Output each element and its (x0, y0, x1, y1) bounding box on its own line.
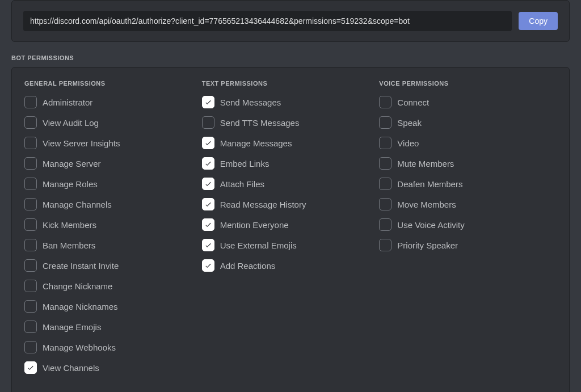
permission-send-tts-messages[interactable]: Send TTS Messages (202, 116, 380, 129)
checkbox-read-message-history[interactable] (202, 198, 214, 210)
permission-video[interactable]: Video (379, 137, 557, 149)
permission-speak[interactable]: Speak (379, 116, 557, 129)
permission-view-server-insights[interactable]: View Server Insights (24, 137, 202, 149)
permission-label: Manage Roles (43, 179, 98, 189)
permission-embed-links[interactable]: Embed Links (202, 157, 380, 170)
checkbox-manage-webhooks[interactable] (24, 341, 37, 353)
permission-label: Read Message History (220, 200, 306, 209)
permission-add-reactions[interactable]: Add Reactions (202, 259, 380, 272)
permission-label: Use External Emojis (220, 241, 297, 250)
checkbox-mute-members[interactable] (379, 157, 391, 170)
permission-manage-webhooks[interactable]: Manage Webhooks (24, 341, 202, 353)
permission-label: Attach Files (220, 179, 264, 189)
permission-label: Mute Members (397, 159, 454, 168)
checkbox-kick-members[interactable] (24, 218, 37, 231)
permission-label: Manage Channels (43, 200, 112, 209)
permission-label: Kick Members (43, 220, 96, 230)
permission-label: Mention Everyone (220, 220, 289, 230)
permission-label: Manage Nicknames (43, 302, 118, 311)
copy-button[interactable]: Copy (519, 12, 558, 30)
checkbox-attach-files[interactable] (202, 178, 214, 190)
permission-mention-everyone[interactable]: Mention Everyone (202, 218, 380, 231)
checkbox-change-nickname[interactable] (24, 280, 37, 292)
permission-mute-members[interactable]: Mute Members (379, 157, 557, 170)
permission-create-instant-invite[interactable]: Create Instant Invite (24, 259, 202, 272)
text-permissions-header: TEXT PERMISSIONS (202, 80, 380, 87)
checkbox-send-tts-messages[interactable] (202, 116, 214, 129)
checkbox-deafen-members[interactable] (379, 178, 391, 190)
permission-label: Change Nickname (43, 281, 112, 291)
bot-permissions-title: BOT PERMISSIONS (11, 54, 570, 61)
voice-permissions-column: VOICE PERMISSIONS ConnectSpeakVideoMute … (379, 80, 557, 382)
checkbox-use-external-emojis[interactable] (202, 239, 214, 251)
permission-label: View Server Insights (43, 138, 120, 148)
permission-label: Send TTS Messages (220, 118, 300, 128)
permission-label: Manage Messages (220, 138, 292, 148)
text-permissions-column: TEXT PERMISSIONS Send MessagesSend TTS M… (202, 80, 380, 382)
permission-manage-emojis[interactable]: Manage Emojis (24, 321, 202, 333)
permission-label: Video (397, 138, 419, 148)
oauth-url-panel: Copy (11, 0, 570, 42)
permission-label: Deafen Members (397, 179, 462, 189)
permission-change-nickname[interactable]: Change Nickname (24, 280, 202, 292)
oauth-url-input[interactable] (23, 11, 512, 31)
permission-label: Embed Links (220, 159, 270, 168)
checkbox-manage-channels[interactable] (24, 198, 37, 210)
checkbox-ban-members[interactable] (24, 239, 37, 251)
permission-manage-channels[interactable]: Manage Channels (24, 198, 202, 210)
checkbox-administrator[interactable] (24, 96, 37, 108)
checkbox-embed-links[interactable] (202, 157, 214, 170)
checkbox-view-audit-log[interactable] (24, 116, 37, 129)
permission-use-external-emojis[interactable]: Use External Emojis (202, 239, 380, 251)
permission-label: Manage Emojis (43, 322, 101, 332)
permission-administrator[interactable]: Administrator (24, 96, 202, 108)
permission-label: Move Members (397, 200, 456, 209)
checkbox-mention-everyone[interactable] (202, 218, 214, 231)
checkbox-video[interactable] (379, 137, 391, 149)
permission-label: Use Voice Activity (397, 220, 464, 230)
permission-label: Manage Webhooks (43, 343, 116, 352)
permission-label: Manage Server (43, 159, 101, 168)
permission-label: View Channels (43, 363, 99, 373)
checkbox-priority-speaker[interactable] (379, 239, 391, 251)
checkbox-add-reactions[interactable] (202, 259, 214, 272)
permission-kick-members[interactable]: Kick Members (24, 218, 202, 231)
permission-label: Priority Speaker (397, 241, 458, 250)
permission-label: Send Messages (220, 98, 281, 107)
permission-read-message-history[interactable]: Read Message History (202, 198, 380, 210)
permission-view-audit-log[interactable]: View Audit Log (24, 116, 202, 129)
permission-ban-members[interactable]: Ban Members (24, 239, 202, 251)
permission-attach-files[interactable]: Attach Files (202, 178, 380, 190)
checkbox-use-voice-activity[interactable] (379, 218, 391, 231)
checkbox-send-messages[interactable] (202, 96, 214, 108)
permission-manage-nicknames[interactable]: Manage Nicknames (24, 300, 202, 313)
checkbox-move-members[interactable] (379, 198, 391, 210)
permission-label: Create Instant Invite (43, 261, 119, 271)
checkbox-manage-emojis[interactable] (24, 321, 37, 333)
permission-label: Connect (397, 98, 429, 107)
text-permissions-list: Send MessagesSend TTS MessagesManage Mes… (202, 96, 380, 272)
checkbox-manage-roles[interactable] (24, 178, 37, 190)
checkbox-connect[interactable] (379, 96, 391, 108)
permission-use-voice-activity[interactable]: Use Voice Activity (379, 218, 557, 231)
checkbox-speak[interactable] (379, 116, 391, 129)
permission-manage-messages[interactable]: Manage Messages (202, 137, 380, 149)
checkbox-view-channels[interactable] (24, 361, 37, 374)
permission-send-messages[interactable]: Send Messages (202, 96, 380, 108)
permission-deafen-members[interactable]: Deafen Members (379, 178, 557, 190)
permission-label: Administrator (43, 98, 92, 107)
permission-manage-server[interactable]: Manage Server (24, 157, 202, 170)
general-permissions-header: GENERAL PERMISSIONS (24, 80, 202, 87)
checkbox-manage-messages[interactable] (202, 137, 214, 149)
checkbox-manage-server[interactable] (24, 157, 37, 170)
checkbox-view-server-insights[interactable] (24, 137, 37, 149)
permission-connect[interactable]: Connect (379, 96, 557, 108)
checkbox-create-instant-invite[interactable] (24, 259, 37, 272)
permission-manage-roles[interactable]: Manage Roles (24, 178, 202, 190)
permission-move-members[interactable]: Move Members (379, 198, 557, 210)
permission-view-channels[interactable]: View Channels (24, 361, 202, 374)
permission-label: Speak (397, 118, 422, 128)
checkbox-manage-nicknames[interactable] (24, 300, 37, 313)
permission-priority-speaker[interactable]: Priority Speaker (379, 239, 557, 251)
permission-label: Ban Members (43, 241, 95, 250)
